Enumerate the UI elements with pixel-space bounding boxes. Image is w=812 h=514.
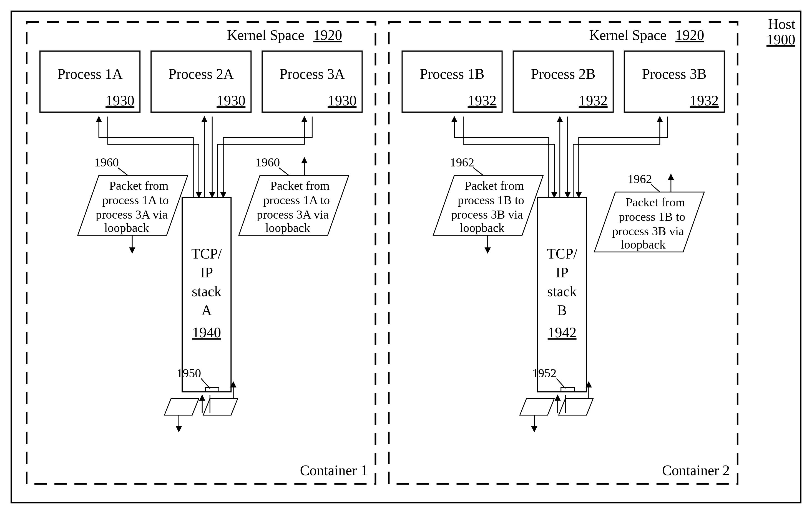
svg-line-11 bbox=[279, 168, 289, 175]
iface-b-ref: 1952 bbox=[532, 366, 557, 380]
packet-b-right: 1962 Packet from process 1B to process 3… bbox=[594, 172, 704, 252]
iface-a-ref: 1950 bbox=[177, 366, 201, 380]
packet-a-left-l1: Packet from bbox=[109, 179, 169, 192]
packet-b-right-l3: process 3B via bbox=[612, 224, 684, 238]
packet-b-left-l3: process 3B via bbox=[451, 208, 523, 221]
packet-a-right-l2: process 1A to bbox=[263, 193, 330, 207]
packet-b-left-ref: 1962 bbox=[450, 156, 474, 169]
process-3a-title: Process 3A bbox=[280, 66, 345, 82]
process-1a: Process 1A 1930 bbox=[40, 51, 140, 112]
packet-a-left-l2: process 1A to bbox=[102, 193, 169, 207]
process-2a: Process 2A 1930 bbox=[151, 51, 251, 112]
stack-a-l4: A bbox=[201, 302, 212, 318]
process-1b-ref: 1932 bbox=[468, 93, 497, 109]
process-1a-title: Process 1A bbox=[57, 66, 123, 82]
bottom-pkt-out-b bbox=[520, 398, 554, 415]
host-ref: 1900 bbox=[766, 32, 795, 48]
packet-a-right-l4: loopback bbox=[265, 221, 310, 235]
packet-a-left-l3: process 3A via bbox=[96, 208, 168, 221]
host-label: Host bbox=[768, 16, 795, 32]
process-2a-ref: 1930 bbox=[216, 93, 245, 109]
container-1-kernel-label: Kernel Space bbox=[227, 27, 304, 43]
process-2b-ref: 1932 bbox=[579, 93, 608, 109]
process-3b-title: Process 3B bbox=[642, 66, 707, 82]
diagram-canvas: Host 1900 Container 1 Kernel Space 1920 … bbox=[0, 0, 812, 514]
container-2-kernel-label: Kernel Space bbox=[589, 27, 667, 43]
process-2b: Process 2B 1932 bbox=[513, 51, 613, 112]
iface-b-icon bbox=[561, 387, 574, 392]
packet-a-right: 1960 Packet from process 1A to process 3… bbox=[239, 156, 349, 235]
bottom-pkt-out-a bbox=[164, 398, 199, 415]
tcpip-stack-a: TCP/ IP stack A 1940 bbox=[182, 198, 231, 392]
arrow-3b-to-stack bbox=[579, 117, 668, 198]
packet-a-right-l3: process 3A via bbox=[257, 208, 329, 221]
process-3b: Process 3B 1932 bbox=[624, 51, 724, 112]
packet-b-left: 1962 Packet from process 1B to process 3… bbox=[433, 156, 543, 253]
stack-a-l3: stack bbox=[192, 283, 222, 299]
stack-b-l1: TCP/ bbox=[547, 246, 577, 262]
process-3b-ref: 1932 bbox=[690, 93, 719, 109]
packet-a-left-l4: loopback bbox=[105, 221, 149, 235]
container-2-kernel-ref: 1920 bbox=[675, 27, 704, 43]
container-2-label: Container 2 bbox=[662, 462, 730, 478]
packet-b-right-ref: 1962 bbox=[628, 172, 652, 186]
stack-a-ref: 1940 bbox=[192, 325, 221, 340]
stack-a-l1: TCP/ bbox=[191, 246, 222, 262]
svg-line-22 bbox=[473, 168, 483, 175]
process-2b-title: Process 2B bbox=[531, 66, 596, 82]
stack-b-l4: B bbox=[557, 302, 567, 318]
packet-b-left-l2: process 1B to bbox=[458, 193, 524, 207]
stack-b-l3: stack bbox=[547, 283, 577, 299]
stack-a-l2: IP bbox=[200, 265, 213, 280]
packet-b-right-l1: Packet from bbox=[626, 195, 685, 209]
bottom-pkt-in-a bbox=[203, 398, 238, 415]
host-box bbox=[11, 11, 801, 503]
process-1a-ref: 1930 bbox=[106, 93, 134, 109]
tcpip-stack-b: TCP/ IP stack B 1942 bbox=[538, 198, 587, 392]
packet-b-left-l4: loopback bbox=[460, 221, 504, 235]
process-1b: Process 1B 1932 bbox=[402, 51, 502, 112]
svg-line-9 bbox=[118, 168, 128, 175]
bottom-pkt-in-b bbox=[559, 398, 593, 415]
process-1b-title: Process 1B bbox=[420, 66, 485, 82]
packet-b-right-l4: loopback bbox=[621, 238, 665, 251]
packet-b-left-l1: Packet from bbox=[465, 179, 524, 192]
iface-a-icon bbox=[205, 387, 219, 392]
packet-a-right-ref: 1960 bbox=[255, 156, 280, 169]
stack-b-l2: IP bbox=[556, 265, 569, 280]
packet-a-left-ref: 1960 bbox=[94, 156, 119, 169]
process-3a-ref: 1930 bbox=[327, 93, 356, 109]
svg-line-24 bbox=[651, 184, 660, 192]
packet-b-right-l2: process 1B to bbox=[619, 210, 686, 223]
packet-a-right-l1: Packet from bbox=[270, 179, 329, 192]
process-2a-title: Process 2A bbox=[169, 66, 234, 82]
container-1-kernel-ref: 1920 bbox=[313, 27, 342, 43]
stack-b-ref: 1942 bbox=[548, 325, 577, 340]
packet-a-left: 1960 Packet from process 1A to process 3… bbox=[78, 156, 188, 253]
process-3a: Process 3A 1930 bbox=[262, 51, 362, 112]
container-1-label: Container 1 bbox=[300, 462, 368, 478]
